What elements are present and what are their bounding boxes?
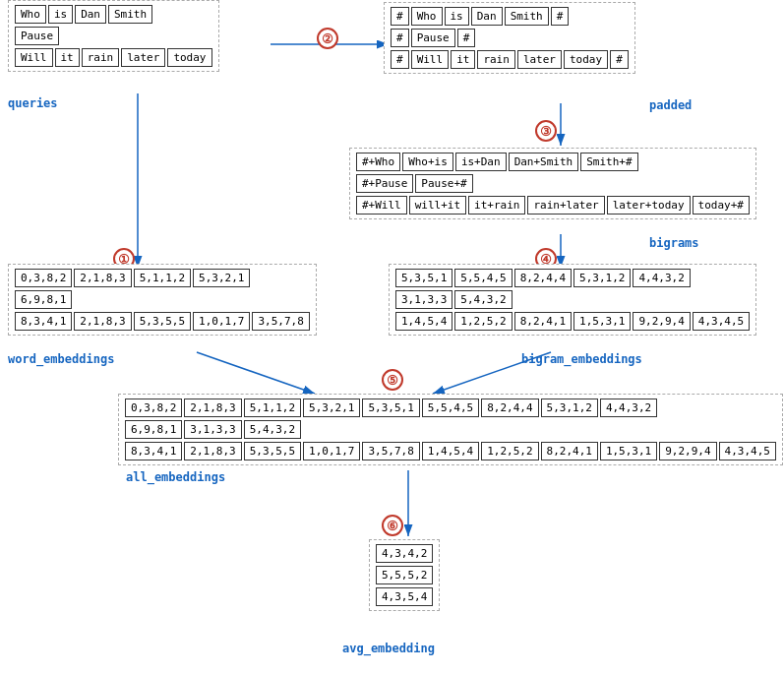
cell: 5,3,5,5	[134, 312, 191, 331]
cell: is	[445, 7, 469, 26]
cell: 2,1,8,3	[184, 399, 241, 417]
queries-label: queries	[8, 96, 58, 110]
padded-group: # Who is Dan Smith # # Pause # # Will it…	[384, 2, 635, 74]
cell: 1,4,5,4	[422, 442, 479, 460]
avg-embedding-group: 4,3,4,2 5,5,5,2 4,3,5,4	[369, 539, 440, 611]
cell: 4,4,3,2	[633, 269, 690, 287]
cell: Who	[411, 7, 443, 26]
cell: 5,5,4,5	[454, 269, 512, 287]
cell: 1,2,5,2	[481, 442, 538, 460]
be-row-3: 1,4,5,4 1,2,5,2 8,2,4,1 1,5,3,1 9,2,9,4 …	[395, 312, 750, 331]
cell: 1,5,3,1	[573, 312, 631, 331]
ae-row-2: 6,9,8,1 3,1,3,3 5,4,3,2	[125, 420, 776, 439]
cell: 3,1,3,3	[395, 290, 452, 309]
cell: 5,3,5,1	[395, 269, 452, 287]
cell: today	[564, 50, 608, 69]
cell: 4,3,4,2	[376, 544, 433, 563]
padded-row-2: # Pause #	[391, 29, 629, 47]
cell: is+Dan	[455, 153, 507, 171]
bigrams-row-3: #+Will will+it it+rain rain+later later+…	[356, 196, 750, 215]
cell: 8,2,4,1	[541, 442, 598, 460]
cell: 1,5,3,1	[600, 442, 657, 460]
cell: 6,9,8,1	[125, 420, 182, 439]
cell: 5,3,5,1	[362, 399, 419, 417]
ae-row-3: 8,3,4,1 2,1,8,3 5,3,5,5 1,0,1,7 3,5,7,8 …	[125, 442, 776, 460]
cell: 1,0,1,7	[193, 312, 250, 331]
cell: later+today	[607, 196, 691, 215]
cell: 5,3,2,1	[303, 399, 360, 417]
step-3: ③	[535, 120, 557, 142]
cell: later	[121, 48, 165, 67]
cell: #	[610, 50, 629, 69]
cell: Will	[15, 48, 53, 67]
cell: rain	[82, 48, 120, 67]
cell: #+Will	[356, 196, 407, 215]
cell: Pause+#	[415, 174, 472, 193]
cell: 5,3,2,1	[193, 269, 250, 287]
avg-row-3: 4,3,5,4	[376, 587, 433, 606]
step-6: ⑥	[382, 515, 403, 536]
svg-line-5	[197, 352, 315, 394]
we-row-3: 8,3,4,1 2,1,8,3 5,3,5,5 1,0,1,7 3,5,7,8	[15, 312, 310, 331]
cell: 2,1,8,3	[184, 442, 241, 460]
cell: 0,3,8,2	[15, 269, 72, 287]
cell: 5,3,1,2	[541, 399, 598, 417]
bigrams-row-2: #+Pause Pause+#	[356, 174, 750, 193]
cell: 5,3,5,5	[244, 442, 301, 460]
cell: Smith	[505, 7, 549, 26]
padded-row-3: # Will it rain later today #	[391, 50, 629, 69]
cell: Pause	[15, 27, 59, 45]
cell: Smith+#	[580, 153, 637, 171]
cell: Smith	[108, 5, 152, 24]
cell: 8,2,4,4	[481, 399, 538, 417]
cell: Dan	[75, 5, 106, 24]
cell: 9,2,9,4	[633, 312, 690, 331]
cell: 5,3,1,2	[573, 269, 631, 287]
cell: will+it	[409, 196, 466, 215]
cell: #	[391, 7, 409, 26]
bigrams-label: bigrams	[649, 236, 699, 250]
cell: 5,4,3,2	[454, 290, 512, 309]
cell: today+#	[693, 196, 750, 215]
cell: 2,1,8,3	[74, 269, 131, 287]
cell: rain+later	[527, 196, 604, 215]
be-row-1: 5,3,5,1 5,5,4,5 8,2,4,4 5,3,1,2 4,4,3,2	[395, 269, 750, 287]
ae-row-1: 0,3,8,2 2,1,8,3 5,1,1,2 5,3,2,1 5,3,5,1 …	[125, 399, 776, 417]
bigrams-row-1: #+Who Who+is is+Dan Dan+Smith Smith+#	[356, 153, 750, 171]
cell: today	[167, 48, 211, 67]
word-embeddings-group: 0,3,8,2 2,1,8,3 5,1,1,2 5,3,2,1 6,9,8,1 …	[8, 264, 317, 336]
all-embeddings-label: all_embeddings	[126, 470, 225, 484]
cell: Dan	[471, 7, 503, 26]
cell: it	[451, 50, 475, 69]
cell: #	[551, 7, 570, 26]
cell: 1,4,5,4	[395, 312, 452, 331]
cell: rain	[477, 50, 515, 69]
step-2: ②	[317, 28, 338, 49]
avg-row-2: 5,5,5,2	[376, 566, 433, 584]
cell: 0,3,8,2	[125, 399, 182, 417]
cell: 6,9,8,1	[15, 290, 72, 309]
queries-row-1: Who is Dan Smith	[15, 5, 212, 24]
cell: it	[55, 48, 80, 67]
cell: 8,3,4,1	[15, 312, 72, 331]
word-embeddings-label: word_embeddings	[8, 352, 114, 366]
bigrams-group: #+Who Who+is is+Dan Dan+Smith Smith+# #+…	[349, 148, 756, 219]
cell: is	[48, 5, 73, 24]
cell: 4,3,4,5	[693, 312, 750, 331]
be-row-2: 3,1,3,3 5,4,3,2	[395, 290, 750, 309]
cell: Who	[15, 5, 46, 24]
cell: Who+is	[402, 153, 453, 171]
cell: it+rain	[468, 196, 525, 215]
cell: 3,1,3,3	[184, 420, 241, 439]
cell: #+Who	[356, 153, 400, 171]
cell: #	[391, 29, 409, 47]
queries-row-2: Pause	[15, 27, 212, 45]
cell: 5,1,1,2	[244, 399, 301, 417]
avg-row-1: 4,3,4,2	[376, 544, 433, 563]
cell: 4,4,3,2	[600, 399, 657, 417]
bigram-embeddings-group: 5,3,5,1 5,5,4,5 8,2,4,4 5,3,1,2 4,4,3,2 …	[389, 264, 756, 336]
cell: Dan+Smith	[509, 153, 579, 171]
cell: 2,1,8,3	[74, 312, 131, 331]
padded-label: padded	[649, 98, 692, 112]
cell: #	[391, 50, 409, 69]
